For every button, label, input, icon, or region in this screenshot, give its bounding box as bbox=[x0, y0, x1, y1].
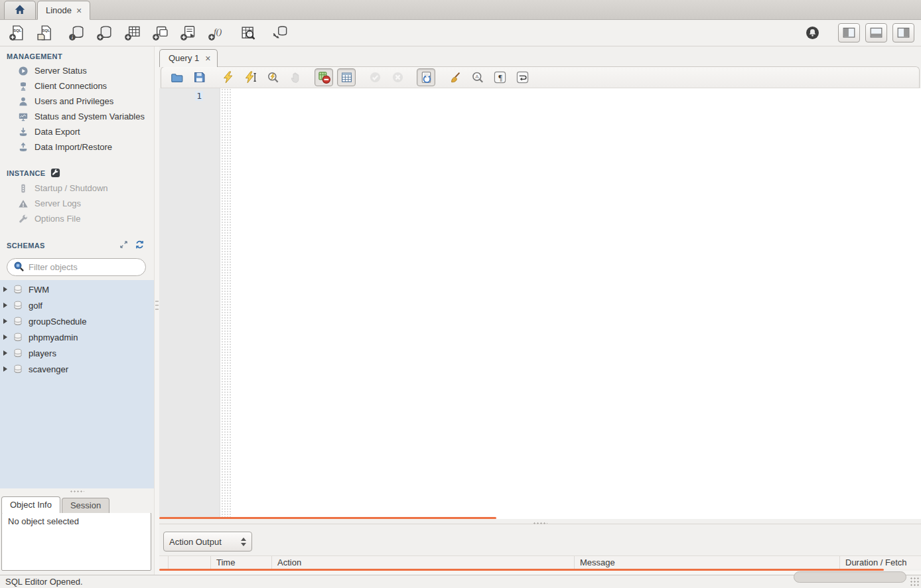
sidebar-item-client-connections[interactable]: Client Connections bbox=[0, 78, 154, 94]
server-logs-icon bbox=[18, 198, 29, 209]
expand-schemas-icon[interactable] bbox=[119, 240, 129, 251]
toggle-left-sidebar-button[interactable] bbox=[838, 23, 860, 42]
expand-arrow-icon[interactable] bbox=[3, 303, 7, 308]
home-tab[interactable] bbox=[4, 1, 36, 19]
schema-item-groupschedule[interactable]: groupSchedule bbox=[0, 313, 154, 329]
create-function-icon: f() bbox=[208, 25, 224, 41]
output-column-message[interactable]: Message bbox=[575, 556, 840, 569]
toggle-invisible-chars-button[interactable]: ¶ bbox=[490, 68, 509, 86]
toggle-right-sidebar-button[interactable] bbox=[892, 23, 914, 42]
output-column-blank-1[interactable] bbox=[169, 556, 211, 569]
action-output-dropdown[interactable]: Action Output bbox=[163, 532, 252, 551]
limit-rows-button[interactable] bbox=[337, 68, 356, 86]
management-section-header: MANAGEMENT bbox=[0, 46, 154, 63]
splitter-grip[interactable] bbox=[533, 522, 547, 525]
schema-item-phpmyadmin[interactable]: phpmyadmin bbox=[0, 329, 154, 345]
create-table-button[interactable] bbox=[122, 23, 142, 43]
schema-item-golf[interactable]: golf bbox=[0, 297, 154, 313]
panel-left-icon bbox=[843, 27, 855, 39]
sidebar-item-data-import-restore[interactable]: Data Import/Restore bbox=[0, 139, 154, 155]
create-view-button[interactable] bbox=[150, 23, 170, 43]
schema-item-fwm[interactable]: FWM bbox=[0, 281, 154, 297]
svg-text:SQL: SQL bbox=[42, 29, 50, 33]
status-bar: SQL Editor Opened. bbox=[0, 575, 921, 588]
window-resize-grip[interactable] bbox=[910, 577, 920, 587]
schema-filter bbox=[7, 258, 146, 276]
open-sql-script-button[interactable]: SQL bbox=[35, 23, 54, 43]
find-icon: A bbox=[471, 71, 484, 84]
execute-statements-button[interactable] bbox=[218, 68, 237, 86]
toggle-autocommit-button[interactable] bbox=[417, 68, 435, 86]
output-horizontal-scrollbar-thumb[interactable] bbox=[794, 571, 906, 583]
expand-arrow-icon[interactable] bbox=[3, 287, 7, 292]
vertical-splitter-grip[interactable] bbox=[155, 301, 159, 311]
mysql-workbench-window: Linode × SQLSQLif() MANAGEMENT Server St… bbox=[0, 0, 921, 588]
output-table-header: TimeActionMessageDuration / Fetch bbox=[159, 555, 921, 569]
stop-icon bbox=[289, 71, 302, 84]
sidebar-item-status-and-system-variables[interactable]: Status and System Variables bbox=[0, 109, 154, 124]
status-text: SQL Editor Opened. bbox=[5, 577, 83, 587]
limit-rows-icon bbox=[340, 71, 353, 84]
tab-session[interactable]: Session bbox=[62, 498, 109, 513]
sidebar-item-server-status[interactable]: Server Status bbox=[0, 63, 154, 78]
autocommit-icon bbox=[420, 71, 433, 84]
create-procedure-icon bbox=[180, 25, 196, 41]
output-column-action[interactable]: Action bbox=[272, 556, 575, 569]
refresh-schemas-icon[interactable] bbox=[135, 240, 145, 251]
close-icon[interactable]: × bbox=[205, 54, 210, 63]
create-function-button[interactable]: f() bbox=[206, 23, 226, 43]
execute-current-statement-button[interactable] bbox=[241, 68, 259, 86]
explain-statement-button[interactable] bbox=[263, 68, 282, 86]
close-icon[interactable]: × bbox=[76, 6, 82, 15]
inspect-database-button[interactable]: i bbox=[66, 23, 86, 43]
search-table-data-button[interactable] bbox=[238, 23, 257, 43]
connection-tab-linode[interactable]: Linode × bbox=[37, 1, 90, 20]
schema-filter-input[interactable] bbox=[29, 262, 139, 272]
sidebar-item-label: Startup / Shutdown bbox=[35, 183, 108, 193]
reconnect-dbms-button[interactable] bbox=[269, 23, 289, 43]
schema-item-scavenger[interactable]: scavenger bbox=[0, 361, 154, 377]
workbench-alert-button[interactable] bbox=[802, 23, 822, 43]
save-icon bbox=[193, 71, 206, 84]
output-column-time[interactable]: Time bbox=[211, 556, 272, 569]
schema-item-players[interactable]: players bbox=[0, 345, 154, 361]
find-button[interactable]: A bbox=[468, 68, 486, 86]
editor-text-area[interactable] bbox=[231, 88, 921, 517]
create-procedure-button[interactable] bbox=[178, 23, 198, 43]
output-column-duration-fetch[interactable]: Duration / Fetch bbox=[840, 556, 921, 569]
panel-right-icon bbox=[897, 27, 910, 39]
home-icon bbox=[13, 3, 27, 16]
toggle-stop-on-error-button[interactable] bbox=[315, 68, 333, 86]
toggle-word-wrap-button[interactable] bbox=[513, 68, 531, 86]
db-schema-icon bbox=[13, 316, 23, 327]
expand-arrow-icon[interactable] bbox=[3, 334, 7, 340]
expand-arrow-icon[interactable] bbox=[3, 350, 7, 356]
database-info-icon: i bbox=[68, 25, 85, 41]
sidebar-bottom-splitter[interactable] bbox=[0, 488, 154, 494]
instance-items: Startup / ShutdownServer LogsOptions Fil… bbox=[0, 181, 154, 226]
db-schema-icon bbox=[13, 332, 23, 342]
query-tab-1[interactable]: Query 1 × bbox=[159, 49, 218, 67]
sidebar-item-label: Server Logs bbox=[35, 198, 81, 208]
sidebar-item-label: Users and Privileges bbox=[35, 96, 113, 106]
expand-arrow-icon[interactable] bbox=[3, 366, 7, 372]
tab-object-info[interactable]: Object Info bbox=[1, 496, 60, 513]
save-script-button[interactable] bbox=[190, 68, 208, 86]
vertical-splitter[interactable] bbox=[154, 46, 159, 575]
sidebar-item-label: Client Connections bbox=[35, 81, 107, 91]
sidebar-item-startup-shutdown: Startup / Shutdown bbox=[0, 181, 154, 196]
main-toolbar-left: SQLSQLif() bbox=[7, 23, 289, 43]
client-connections-icon bbox=[18, 81, 29, 92]
output-column-blank-0[interactable] bbox=[159, 556, 169, 569]
beautify-query-button[interactable] bbox=[445, 68, 464, 86]
sidebar-item-data-export[interactable]: Data Export bbox=[0, 124, 154, 139]
toggle-bottom-panel-button[interactable] bbox=[865, 23, 887, 42]
new-sql-tab-button[interactable]: SQL bbox=[7, 23, 27, 43]
create-schema-button[interactable] bbox=[94, 23, 114, 43]
sidebar-item-users-and-privileges[interactable]: Users and Privileges bbox=[0, 94, 154, 109]
connection-tab-label: Linode bbox=[46, 5, 72, 15]
open-sql-file-button[interactable] bbox=[167, 68, 186, 86]
editor-output-splitter[interactable] bbox=[159, 519, 921, 528]
object-info-panel: No object selected bbox=[1, 512, 151, 571]
expand-arrow-icon[interactable] bbox=[3, 319, 7, 324]
